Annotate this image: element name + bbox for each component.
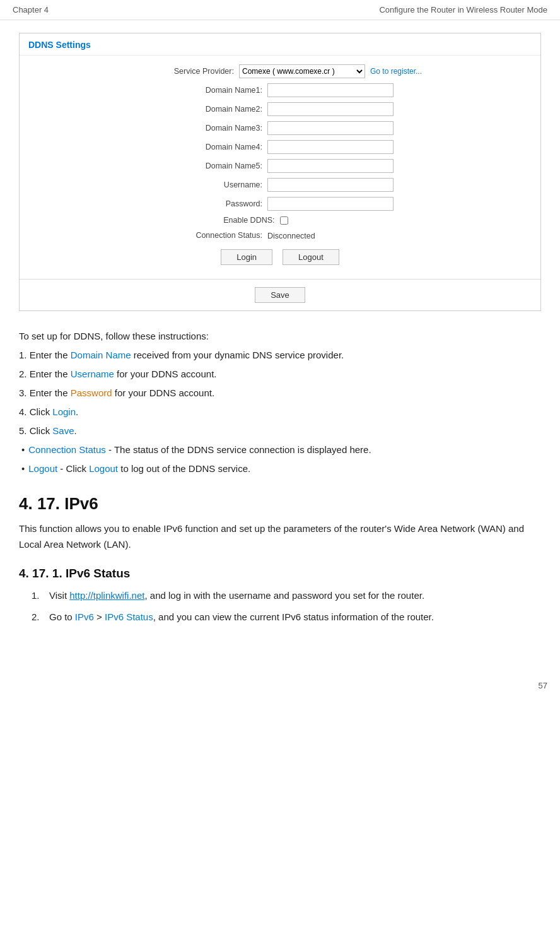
service-provider-row: Service Provider: Comexe ( www.comexe.cr… xyxy=(32,64,528,78)
step-visit: 1. Visit http://tplinkwifi.net, and log … xyxy=(32,588,541,604)
save-row: Save xyxy=(20,279,540,310)
login-button[interactable]: Login xyxy=(221,249,272,265)
section-4171-heading: 4. 17. 1. IPv6 Status xyxy=(19,567,541,581)
service-provider-label: Service Provider: xyxy=(138,67,239,76)
instructions-section: To set up for DDNS, follow these instruc… xyxy=(19,329,541,476)
password-label: Password: xyxy=(166,199,267,208)
step-1: 1. Enter the Domain Name received from y… xyxy=(19,348,541,363)
password-input[interactable] xyxy=(267,197,394,211)
section-4171-list: 1. Visit http://tplinkwifi.net, and log … xyxy=(32,588,541,626)
bullet-logout: • Logout - Click Logout to log out of th… xyxy=(19,461,541,476)
domain-name-5-input[interactable] xyxy=(267,159,394,173)
step-1-domain-name-highlight: Domain Name xyxy=(71,350,131,360)
domain-name-1-row: Domain Name1: xyxy=(32,83,528,97)
save-button[interactable]: Save xyxy=(255,287,305,303)
connection-status-value: Disconnected xyxy=(267,232,315,240)
enable-ddns-label: Enable DDNS: xyxy=(179,216,280,225)
page-footer: 57 xyxy=(0,676,560,695)
connection-status-row: Connection Status: Disconnected xyxy=(32,230,528,240)
domain-name-3-label: Domain Name3: xyxy=(166,124,267,133)
username-row: Username: xyxy=(32,178,528,192)
connection-status-label: Connection Status: xyxy=(166,231,267,240)
domain-name-3-row: Domain Name3: xyxy=(32,121,528,135)
domain-name-1-label: Domain Name1: xyxy=(166,86,267,95)
domain-name-2-input[interactable] xyxy=(267,102,394,116)
username-input[interactable] xyxy=(267,178,394,192)
ddns-form: Service Provider: Comexe ( www.comexe.cr… xyxy=(20,56,540,279)
ddns-settings-box: DDNS Settings Service Provider: Comexe (… xyxy=(19,33,541,311)
login-logout-row: Login Logout xyxy=(32,249,528,265)
enable-ddns-checkbox[interactable] xyxy=(280,216,288,225)
page-number: 57 xyxy=(539,681,547,690)
ipv6-status-highlight: IPv6 Status xyxy=(105,611,153,622)
step-2-username-highlight: Username xyxy=(71,369,114,379)
domain-name-5-row: Domain Name5: xyxy=(32,159,528,173)
go-register-link[interactable]: Go to register... xyxy=(370,67,422,76)
domain-name-4-row: Domain Name4: xyxy=(32,140,528,154)
domain-name-2-label: Domain Name2: xyxy=(166,105,267,114)
bullet-connection-status: • Connection Status - The status of the … xyxy=(19,442,541,457)
step-3-password-highlight: Password xyxy=(71,387,112,398)
step-5-save-highlight: Save xyxy=(52,425,74,436)
domain-name-4-label: Domain Name4: xyxy=(166,143,267,151)
tplinkwifi-link[interactable]: http://tplinkwifi.net xyxy=(69,590,144,601)
ddns-title: DDNS Settings xyxy=(20,33,540,56)
step-3: 3. Enter the Password for your DDNS acco… xyxy=(19,386,541,401)
section-417-heading: 4. 17. IPv6 xyxy=(19,494,541,514)
bullet-logout-highlight-2: Logout xyxy=(89,463,118,474)
domain-name-5-label: Domain Name5: xyxy=(166,162,267,170)
instructions-intro: To set up for DDNS, follow these instruc… xyxy=(19,329,541,344)
chapter-label: Chapter 4 xyxy=(13,5,49,15)
bullet-connection-status-highlight: Connection Status xyxy=(28,444,106,455)
section-417-body: This function allows you to enable IPv6 … xyxy=(19,521,541,553)
domain-name-4-input[interactable] xyxy=(267,140,394,154)
domain-name-3-input[interactable] xyxy=(267,121,394,135)
main-content: DDNS Settings Service Provider: Comexe (… xyxy=(0,20,560,651)
service-provider-select[interactable]: Comexe ( www.comexe.cr ) xyxy=(239,64,365,78)
step-2: 2. Enter the Username for your DDNS acco… xyxy=(19,367,541,382)
domain-name-1-input[interactable] xyxy=(267,83,394,97)
page-header: Chapter 4 Configure the Router in Wirele… xyxy=(0,0,560,20)
username-label: Username: xyxy=(166,180,267,189)
step-4-login-highlight: Login xyxy=(52,406,76,417)
password-row: Password: xyxy=(32,197,528,211)
section-title: Configure the Router in Wireless Router … xyxy=(379,5,547,15)
enable-ddns-row: Enable DDNS: xyxy=(32,216,528,225)
domain-name-2-row: Domain Name2: xyxy=(32,102,528,116)
ipv6-link-highlight: IPv6 xyxy=(75,611,94,622)
step-goto-ipv6: 2. Go to IPv6 > IPv6 Status, and you can… xyxy=(32,610,541,625)
logout-button[interactable]: Logout xyxy=(283,249,339,265)
step-4: 4. Click Login. xyxy=(19,404,541,420)
bullet-logout-highlight-1: Logout xyxy=(28,463,57,474)
step-5: 5. Click Save. xyxy=(19,423,541,439)
